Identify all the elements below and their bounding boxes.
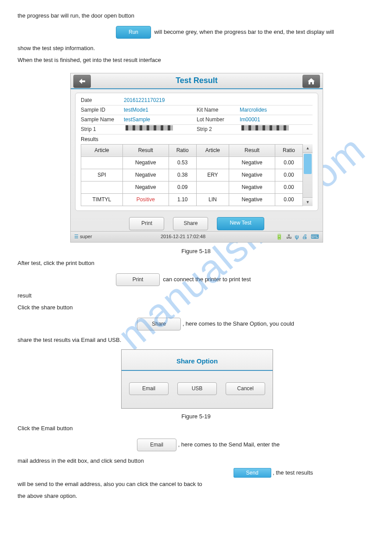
meta-label: Date <box>81 96 124 105</box>
meta-value: testSample <box>124 116 150 124</box>
cell: 0.09 <box>169 181 196 194</box>
paragraph: the above share option. <box>18 492 374 501</box>
figure-caption: Figure 5-18 <box>18 247 374 256</box>
share-option-dialog: Share Option Email USB Cancel <box>121 349 273 409</box>
cell <box>81 156 123 169</box>
home-icon <box>307 78 315 85</box>
usb-icon: ψ <box>295 233 299 240</box>
col-header: Result <box>122 144 169 156</box>
cell: Negative <box>229 169 275 181</box>
cell: 0.00 <box>275 181 303 194</box>
meta-value: testMode1 <box>124 106 148 114</box>
print-button[interactable]: Print <box>129 217 164 230</box>
cell: 0.53 <box>169 156 196 169</box>
email-button[interactable]: Email <box>129 382 169 395</box>
cell: 0.00 <box>275 169 303 181</box>
paragraph: Click the share button <box>18 303 374 312</box>
text: Click the share button <box>18 304 73 311</box>
text: can connect the printer to print test <box>163 276 251 283</box>
col-header: Article <box>81 144 123 156</box>
arrow-left-icon <box>78 78 86 85</box>
cell <box>196 181 229 194</box>
text: , here comes to the Share Option, you co… <box>183 320 294 327</box>
cancel-button[interactable]: Cancel <box>226 382 265 395</box>
scroll-up-icon[interactable]: ▲ <box>303 144 313 153</box>
paragraph: When the test is finished, get into the … <box>18 56 374 65</box>
scrollbar[interactable]: ▲ ▼ <box>303 144 313 207</box>
text: mail address in the edit box, and click … <box>18 457 144 464</box>
meta-label: Kit Name <box>197 106 240 114</box>
meta-label: Strip 2 <box>197 125 240 134</box>
cell: SPI <box>81 169 123 181</box>
col-header: Article <box>196 144 229 156</box>
meta-label: Sample Name <box>81 116 124 124</box>
meta-label: Lot Number <box>197 116 240 124</box>
window-title: Test Result <box>176 74 218 87</box>
share-button[interactable]: Share <box>173 217 208 230</box>
status-bar: ☰ super 2016-12-21 17:02:48 🔋 🖧 ψ 🖨 ⌨ <box>71 231 323 243</box>
cell: 1.10 <box>169 194 196 206</box>
text: , here comes to the Send Mail, enter the <box>178 441 280 448</box>
test-result-window: Test Result Date 20161221170219 Sample I… <box>70 73 323 243</box>
cell: 0.38 <box>169 169 196 181</box>
status-user: ☰ super <box>74 233 92 241</box>
table-row: Negative 0.53 Negative 0.00 <box>81 156 303 169</box>
paragraph: show the test step information. <box>18 44 374 53</box>
text: Click the Email button <box>18 425 73 432</box>
user-icon: ☰ <box>74 234 79 239</box>
print-button-inline[interactable]: Print <box>116 273 160 286</box>
paragraph: will be send to the email address, also … <box>18 480 374 489</box>
cell: 0.00 <box>275 194 303 206</box>
status-time: 2016-12-21 17:02:48 <box>161 233 205 241</box>
keyboard-icon: ⌨ <box>311 233 319 240</box>
network-icon: 🖧 <box>286 233 292 240</box>
results-table: Article Result Ratio Article Result Rati… <box>81 144 303 207</box>
cell: LIN <box>196 194 229 206</box>
status-user-text: super <box>80 234 92 239</box>
cell: Negative <box>229 181 275 194</box>
paragraph: Click the Email button <box>18 424 374 433</box>
email-button-inline[interactable]: Email <box>137 439 176 451</box>
table-row: TIMTYL Positive 1.10 LIN Negative 0.00 <box>81 194 303 206</box>
paragraph: the progress bar will run, the door open… <box>18 11 374 21</box>
paragraph: mail address in the edit box, and click … <box>18 457 374 466</box>
scroll-down-icon[interactable]: ▼ <box>303 197 313 206</box>
printer-icon: 🖨 <box>302 233 308 240</box>
strip1-image <box>126 125 173 131</box>
cell <box>81 181 123 194</box>
paragraph: result <box>18 291 374 301</box>
result-panel: Date 20161221170219 Sample ID testMode1 … <box>75 93 318 211</box>
figure-caption: Figure 5-19 <box>18 412 374 421</box>
text: After test, click the print button <box>18 260 94 266</box>
text: will become grey, when the progress bar … <box>154 29 334 35</box>
share-button-inline[interactable]: Share <box>137 318 181 330</box>
cell <box>196 156 229 169</box>
titlebar: Test Result <box>71 73 323 89</box>
meta-label: Sample ID <box>81 106 124 114</box>
meta-label: Strip 1 <box>81 125 124 134</box>
action-bar: Print Share New Test <box>71 214 323 231</box>
home-button[interactable] <box>302 75 320 88</box>
meta-value: 20161221170219 <box>124 96 165 105</box>
cell: Negative <box>122 169 169 181</box>
back-button[interactable] <box>73 75 91 88</box>
scroll-thumb[interactable] <box>304 154 312 174</box>
dialog-title: Share Option <box>122 350 273 371</box>
paragraph: After test, click the print button <box>18 259 374 268</box>
strip2-image <box>241 125 289 131</box>
col-header: Result <box>229 144 275 156</box>
table-row: SPI Negative 0.38 ERY Negative 0.00 <box>81 169 303 181</box>
meta-value: Im00001 <box>240 116 260 124</box>
new-test-button[interactable]: New Test <box>217 217 264 230</box>
cell: TIMTYL <box>81 194 123 206</box>
battery-icon: 🔋 <box>276 233 283 240</box>
text: the progress bar will run, the door open… <box>18 12 134 19</box>
col-header: Ratio <box>169 144 196 156</box>
results-label: Results <box>81 135 313 144</box>
send-button[interactable]: Send <box>234 468 271 478</box>
run-button[interactable]: Run <box>116 26 151 39</box>
cell: Negative <box>229 156 275 169</box>
usb-button[interactable]: USB <box>177 382 217 395</box>
cell: Negative <box>122 156 169 169</box>
table-row: Negative 0.09 Negative 0.00 <box>81 181 303 194</box>
